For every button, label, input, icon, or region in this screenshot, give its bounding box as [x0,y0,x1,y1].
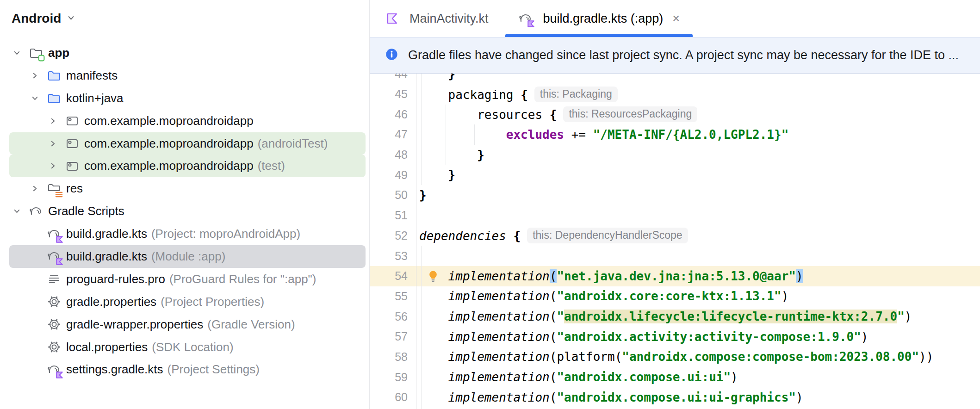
close-icon[interactable]: × [672,12,680,25]
code-line-50[interactable]: 50} [370,185,980,205]
gradle-kts-icon [47,362,62,377]
chevron-right-icon[interactable] [49,140,65,148]
code-token: "androidx.core:core-ktx:1.13.1" [557,289,781,303]
code-line-57[interactable]: 57implementation("androidx.activity:acti… [370,327,980,347]
chevron-down-icon[interactable] [31,94,47,102]
tree-item-qualifier: (test) [258,159,285,173]
tree-item-label: proguard-rules.pro [66,272,165,286]
code-line-44[interactable]: 44} [370,74,980,84]
code-editor[interactable]: 44}45packaging {this: Packaging46resourc… [370,74,980,409]
code-line-60[interactable]: 60implementation("androidx.compose.ui:ui… [370,387,980,408]
code-token: ) [905,310,912,323]
tree-item-manifests[interactable]: manifests [9,64,366,87]
code-line-55[interactable]: 55implementation("androidx.core:core-ktx… [370,286,980,307]
code-token: "androidx.compose:compose-bom:2023.08.00… [622,350,919,364]
tree-item-label: app [48,46,69,60]
active-tab-underline [505,34,693,37]
line-number: 55 [370,290,416,303]
text-file-icon [47,272,62,286]
code-line-51[interactable]: 51 [370,205,980,226]
tree-item-com-example-moproandroidapp[interactable]: com.example.moproandroidapp(test) [9,155,366,177]
line-number: 58 [370,350,416,364]
chevron-right-icon[interactable] [49,162,65,170]
chevron-right-icon[interactable] [49,117,65,125]
code-text: } [416,148,484,162]
chevron-down-icon[interactable] [13,207,29,215]
tree-item-label: kotlin+java [66,91,124,105]
tree-item-res[interactable]: res [9,177,366,200]
code-token: } [477,148,484,162]
tree-item-label: res [66,181,83,196]
code-token: ( [550,310,557,323]
tree-item-kotlin-java[interactable]: kotlin+java [9,87,366,110]
chevron-down-icon[interactable] [13,49,29,57]
tree-item-com-example-moproandroidapp[interactable]: com.example.moproandroidapp(androidTest) [9,132,366,155]
code-line-58[interactable]: 58implementation(platform("androidx.comp… [370,347,980,367]
code-token: ) [861,330,868,344]
tree-item-label: settings.gradle.kts [66,362,163,377]
gutter-separator [416,74,416,409]
tree-item-build-gradle-kts[interactable]: build.gradle.kts(Module :app) [9,245,366,268]
tree-item-label: com.example.moproandroidapp [84,159,254,173]
code-token: implementation [448,269,550,283]
gradle-kts-icon [518,11,533,26]
code-token: ) [796,269,803,283]
code-text: implementation(platform("androidx.compos… [416,350,933,364]
code-token: "androidx.activity:activity-compose:1.9.… [557,330,861,344]
code-line-47[interactable]: 47excludes += "/META-INF/{AL2.0,LGPL2.1}… [370,124,980,145]
project-view-selector[interactable]: Android [12,11,75,26]
code-token: implementation [448,350,550,364]
code-token: ( [550,289,557,303]
tree-item-label: local.properties [66,340,148,354]
code-line-48[interactable]: 48} [370,145,980,165]
tree-item-build-gradle-kts[interactable]: build.gradle.kts(Project: moproAndroidAp… [9,223,366,245]
tree-item-settings-gradle-kts[interactable]: settings.gradle.kts(Project Settings) [9,358,366,381]
editor-tab-label: build.gradle.kts (:app) [543,12,664,26]
editor-tab-label: MainActivity.kt [409,12,489,26]
gradle-kts-icon [47,249,62,264]
tree-item-label: Gradle Scripts [48,204,124,218]
android-studio-window: Android appmanifestskotlin+javacom.examp… [0,0,980,409]
code-line-53[interactable]: 53 [370,246,980,266]
code-text: implementation("net.java.dev.jna:jna:5.1… [416,269,803,283]
editor-tab-build-gradle-kts-app-[interactable]: build.gradle.kts (:app)× [503,0,695,37]
tree-item-gradle-scripts[interactable]: Gradle Scripts [9,200,366,223]
package-icon [65,113,80,128]
tree-item-gradle-wrapper-properties[interactable]: gradle-wrapper.properties(Gradle Version… [9,313,366,336]
code-token: { [521,88,528,102]
line-number: 52 [370,229,416,242]
code-token: dependencies [419,229,514,243]
tree-item-local-properties[interactable]: local.properties(SDK Location) [9,336,366,359]
code-line-46[interactable]: 46resources {this: ResourcesPackaging [370,104,980,124]
tree-item-qualifier: (Gradle Version) [207,317,295,332]
line-number: 59 [370,371,416,384]
tree-item-app[interactable]: app [9,42,366,64]
code-token: ) [796,390,803,404]
tree-item-proguard-rules-pro[interactable]: proguard-rules.pro(ProGuard Rules for ":… [9,268,366,291]
code-line-45[interactable]: 45packaging {this: Packaging [370,84,980,105]
code-line-52[interactable]: 52dependencies {this: DependencyHandlerS… [370,226,980,246]
line-number: 56 [370,310,416,323]
gear-icon [47,317,62,332]
line-number: 53 [370,249,416,263]
line-number: 49 [370,168,416,182]
code-line-54[interactable]: 54implementation("net.java.dev.jna:jna:5… [370,266,980,286]
chevron-right-icon[interactable] [31,185,47,192]
code-line-49[interactable]: 49} [370,165,980,185]
code-token: (platform( [550,350,622,364]
code-text: } [416,168,455,182]
code-token: "androidx.compose.ui:ui" [557,370,731,384]
chevron-right-icon[interactable] [31,72,47,80]
code-token: ) [782,289,789,303]
tree-item-label: gradle.properties [66,295,156,309]
code-text: } [416,74,455,81]
code-line-56[interactable]: 56implementation("androidx.lifecycle:lif… [370,306,980,327]
tree-item-gradle-properties[interactable]: gradle.properties(Project Properties) [9,291,366,313]
inlay-hint-chip: this: Packaging [534,87,618,102]
line-number: 57 [370,330,416,343]
code-line-59[interactable]: 59implementation("androidx.compose.ui:ui… [370,367,980,387]
inlay-hint-chip: this: ResourcesPackaging [563,106,697,122]
editor-tab-mainactivity-kt[interactable]: MainActivity.kt [370,0,503,37]
tree-item-com-example-moproandroidapp[interactable]: com.example.moproandroidapp [9,110,366,132]
code-token: )) [919,350,933,364]
